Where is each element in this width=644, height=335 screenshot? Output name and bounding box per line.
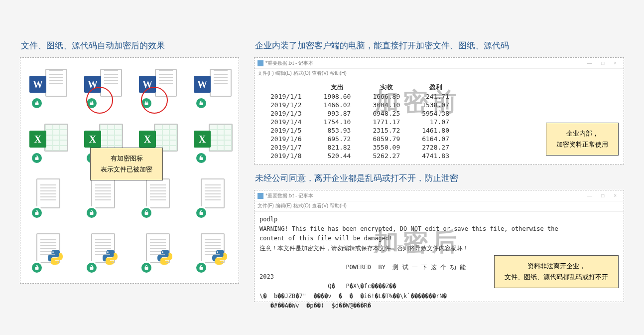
lock-icon bbox=[195, 152, 208, 165]
lock-icon bbox=[30, 206, 43, 219]
notepad-before: *重要数据.txt - 记事本 — □ × 文件(F) 编辑(E) 格式(O) … bbox=[254, 57, 624, 165]
lock-icon bbox=[140, 206, 153, 219]
file-icon-plain[interactable] bbox=[194, 178, 234, 219]
window-controls[interactable]: — □ × bbox=[587, 60, 621, 66]
file-icon-plain[interactable] bbox=[84, 178, 124, 219]
notepad-after: *重要数据.txt - 记事本 — □ × 文件(F) 编辑(E) 格式(O) … bbox=[254, 190, 624, 302]
excel-icon: X bbox=[29, 131, 46, 148]
callout-text: 文件、图纸、源代码都乱码或打不开 bbox=[505, 272, 608, 283]
left-panel: WWWWXXXX 有加密图标 表示文件已被加密 bbox=[20, 57, 239, 284]
word-icon: W bbox=[84, 76, 101, 93]
callout-text: 有加密图标 bbox=[101, 153, 152, 164]
excel-icon: X bbox=[194, 131, 211, 148]
word-icon: W bbox=[139, 76, 156, 93]
table-header: 盈利 bbox=[411, 82, 460, 92]
callout-text: 企业内部， bbox=[556, 128, 608, 139]
file-icon-excel[interactable]: X bbox=[29, 124, 69, 165]
data-table: 支出实收盈利2019/1/11908.601666.89-241.712019/… bbox=[259, 82, 460, 160]
lock-icon bbox=[140, 97, 153, 110]
right-bottom-callout: 资料非法离开企业， 文件、图纸、源代码都乱码或打不开 bbox=[494, 255, 619, 288]
notepad-menu[interactable]: 文件(F) 编辑(E) 格式(O) 查看(V) 帮助(H) bbox=[255, 69, 624, 79]
window-titlebar[interactable]: *重要数据.txt - 记事本 — □ × bbox=[255, 190, 624, 201]
file-icon-word[interactable]: W bbox=[84, 69, 124, 110]
file-icon-py[interactable] bbox=[29, 233, 69, 274]
table-row: 2019/1/8520.445262.274741.83 bbox=[259, 152, 460, 160]
table-row: 2019/1/6695.726859.796164.07 bbox=[259, 135, 460, 143]
file-icon-py[interactable] bbox=[84, 233, 124, 274]
file-icon-word[interactable]: W bbox=[194, 69, 234, 110]
table-header: 支出 bbox=[313, 82, 362, 92]
notepad-icon bbox=[258, 60, 263, 66]
callout-text: 资料非法离开企业， bbox=[505, 261, 608, 272]
lock-icon bbox=[195, 97, 208, 110]
lock-icon bbox=[195, 206, 208, 219]
file-icon-plain[interactable] bbox=[139, 178, 179, 219]
python-icon bbox=[211, 248, 229, 266]
window-title: *重要数据.txt - 记事本 bbox=[265, 60, 313, 67]
python-icon bbox=[101, 248, 119, 266]
lock-icon bbox=[140, 261, 153, 274]
callout-text: 加密资料正常使用 bbox=[556, 139, 608, 150]
left-callout: 有加密图标 表示文件已被加密 bbox=[90, 148, 163, 180]
table-header: 实收 bbox=[362, 82, 411, 92]
text-file-icon bbox=[146, 178, 170, 208]
text-file-icon bbox=[36, 178, 60, 208]
left-heading: 文件、图纸、源代码自动加密后的效果 bbox=[21, 40, 239, 51]
table-row: 2019/1/7821.823550.092728.27 bbox=[259, 143, 460, 152]
word-icon: W bbox=[194, 76, 211, 93]
table-row: 2019/1/41754.101771.1717.07 bbox=[259, 118, 460, 126]
file-icon-word[interactable]: W bbox=[139, 69, 179, 110]
table-header bbox=[259, 82, 313, 92]
right-top-callout: 企业内部， 加密资料正常使用 bbox=[546, 123, 619, 156]
file-icon-py[interactable] bbox=[194, 233, 234, 274]
file-icon-word[interactable]: W bbox=[29, 69, 69, 110]
window-controls[interactable]: — □ × bbox=[587, 193, 621, 198]
lock-icon bbox=[30, 152, 43, 165]
table-row: 2019/1/3993.876948.255954.38 bbox=[259, 109, 460, 118]
python-icon bbox=[156, 248, 174, 266]
text-file-icon bbox=[201, 178, 225, 208]
excel-icon: X bbox=[139, 131, 156, 148]
window-title: *重要数据.txt - 记事本 bbox=[265, 192, 313, 199]
table-row: 2019/1/11908.601666.89-241.71 bbox=[259, 92, 460, 101]
lock-icon bbox=[85, 261, 98, 274]
lock-icon bbox=[195, 261, 208, 274]
file-icon-excel[interactable]: X bbox=[194, 124, 234, 165]
excel-icon: X bbox=[84, 131, 101, 148]
text-file-icon bbox=[91, 178, 115, 208]
lock-icon bbox=[30, 97, 43, 110]
notepad-menu[interactable]: 文件(F) 编辑(E) 格式(O) 查看(V) 帮助(H) bbox=[255, 201, 624, 212]
lock-icon bbox=[85, 206, 98, 219]
table-row: 2019/1/5853.932315.721461.80 bbox=[259, 126, 460, 135]
right-top-heading: 企业内装了加密客户端的电脑，能直接打开加密文件、图纸、源代码 bbox=[255, 40, 624, 51]
right-bottom-heading: 未经公司同意，离开企业都是乱码或打不开，防止泄密 bbox=[255, 172, 624, 184]
word-icon: W bbox=[29, 76, 46, 93]
window-titlebar[interactable]: *重要数据.txt - 记事本 — □ × bbox=[255, 58, 624, 69]
lock-icon bbox=[30, 261, 43, 274]
callout-text: 表示文件已被加密 bbox=[101, 164, 152, 175]
file-icon-plain[interactable] bbox=[29, 178, 69, 219]
notepad-icon bbox=[258, 193, 263, 199]
table-row: 2019/1/21466.023004.101538.07 bbox=[259, 101, 460, 109]
lock-icon bbox=[85, 97, 98, 110]
file-icon-py[interactable] bbox=[139, 233, 179, 274]
python-icon bbox=[46, 248, 64, 266]
